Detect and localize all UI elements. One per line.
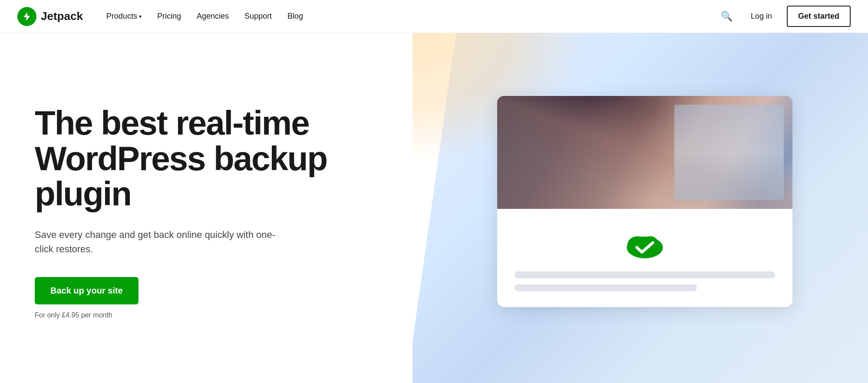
card-body xyxy=(497,209,792,307)
cloud-icon-svg xyxy=(623,228,667,260)
card-lines xyxy=(515,271,775,291)
card-line-1 xyxy=(515,271,775,278)
hero-title: The best real-time WordPress backup plug… xyxy=(35,106,378,212)
backup-card xyxy=(497,96,792,307)
login-button[interactable]: Log in xyxy=(745,8,778,24)
lightning-icon xyxy=(22,11,32,22)
card-hero-image xyxy=(497,96,792,209)
nav-item-pricing[interactable]: Pricing xyxy=(151,8,187,24)
hero-section: The best real-time WordPress backup plug… xyxy=(0,33,413,383)
logo[interactable]: Jetpack xyxy=(17,7,83,26)
backup-card-container xyxy=(447,46,842,357)
main-nav: Products ▾ Pricing Agencies Support Blog xyxy=(100,8,717,24)
hero-subtitle: Save every change and get back online qu… xyxy=(35,228,278,256)
get-started-button[interactable]: Get started xyxy=(787,6,851,27)
card-line-2 xyxy=(515,284,697,291)
jetpack-logo-icon xyxy=(17,7,36,26)
hero-visual xyxy=(413,33,868,383)
search-icon: 🔍 xyxy=(721,11,733,22)
main-content: The best real-time WordPress backup plug… xyxy=(0,33,868,383)
cta-button[interactable]: Back up your site xyxy=(35,277,139,304)
search-button[interactable]: 🔍 xyxy=(717,7,736,26)
nav-item-support[interactable]: Support xyxy=(238,8,278,24)
nav-item-blog[interactable]: Blog xyxy=(281,8,309,24)
nav-item-products[interactable]: Products ▾ xyxy=(100,8,148,24)
price-note: For only £4.95 per month xyxy=(35,311,378,319)
header-actions: 🔍 Log in Get started xyxy=(717,6,851,27)
cloud-check-icon xyxy=(623,226,667,261)
nav-item-agencies[interactable]: Agencies xyxy=(191,8,235,24)
chevron-down-icon: ▾ xyxy=(139,13,142,20)
logo-text: Jetpack xyxy=(41,10,83,23)
